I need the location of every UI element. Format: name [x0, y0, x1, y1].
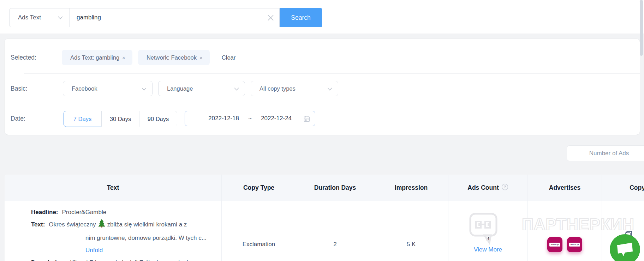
selected-label: Selected:: [11, 54, 36, 61]
filter-tag-label: Network: Facebook: [147, 54, 197, 61]
basic-label: Basic:: [11, 85, 28, 92]
filter-tag-label: Ads Text: gambling: [70, 54, 119, 61]
date-preset-90-days[interactable]: 90 Days: [139, 111, 177, 127]
filter-tag-network[interactable]: Network: Facebook ×: [138, 50, 210, 65]
unfold-link[interactable]: Unfold: [85, 247, 103, 254]
chat-bubble-icon: [616, 241, 634, 258]
network-dropdown-value: Facebook: [72, 85, 97, 92]
date-preset-30-days[interactable]: 30 Days: [101, 111, 139, 127]
headline-value: Procter&Gamble: [62, 209, 107, 216]
search-button[interactable]: Search: [280, 8, 322, 27]
description-label: Description:: [31, 259, 66, 261]
copy-types-dropdown-value: All copy types: [260, 85, 296, 92]
date-range-picker[interactable]: 2022-12-18 ~ 2022-12-24: [185, 111, 315, 126]
remove-tag-icon[interactable]: ×: [122, 55, 125, 61]
date-controls: 7 Days 30 Days 90 Days 2022-12-18 ~ 2022…: [64, 111, 315, 126]
clear-search-icon[interactable]: [267, 14, 274, 23]
ads-count-value: 4: [486, 236, 489, 243]
search-group: Ads Text: [9, 8, 280, 27]
advertiser-name: frisco.pl: [549, 243, 560, 247]
language-dropdown[interactable]: Language: [158, 81, 245, 96]
ad-description-line-1: Description:Klienci Frisco mają lepiej! …: [31, 256, 218, 261]
copy-type-cell: Exclamation: [222, 201, 296, 261]
chevron-down-icon: [327, 85, 332, 92]
number-of-ads-dropdown[interactable]: Number of Ads: [567, 145, 644, 161]
chevron-down-icon: [58, 14, 63, 21]
vertical-scrollbar[interactable]: [640, 0, 643, 56]
basic-filters-row: Basic: Facebook Language All copy types: [5, 73, 640, 104]
column-header-copy: Copy: [602, 175, 644, 201]
clear-filters-link[interactable]: Clear: [222, 54, 235, 61]
selected-filters-row: Selected: Ads Text: gambling × Network: …: [5, 42, 640, 73]
help-icon[interactable]: ?: [501, 183, 508, 192]
table-header-row: Text Copy Type Duration Days Impression …: [5, 175, 644, 201]
christmas-tree-emoji: [98, 219, 105, 232]
advertisers-cell: frisco.pl frisco.pl: [528, 201, 602, 261]
advertiser-logo[interactable]: frisco.pl: [547, 237, 562, 252]
column-header-duration-days: Duration Days: [296, 175, 374, 201]
duration-days-cell: 2: [296, 201, 374, 261]
headline-label: Headline:: [31, 209, 58, 216]
end-date: 2022-12-24: [261, 115, 292, 122]
start-date: 2022-12-18: [208, 115, 239, 122]
impression-cell: 5 K: [374, 201, 448, 261]
language-dropdown-value: Language: [167, 85, 193, 92]
top-search-bar: Ads Text Search: [0, 0, 644, 34]
svg-text:?: ?: [503, 185, 506, 189]
search-field-selector[interactable]: Ads Text: [10, 8, 70, 27]
date-label: Date:: [11, 115, 25, 122]
filter-tag-ads-text[interactable]: Ads Text: gambling ×: [62, 50, 132, 65]
ad-text-line-1: Text:Okres świątecznyzbliża się wielkimi…: [31, 218, 218, 232]
text-line1-after: zbliża się wielkimi krokami a z: [107, 221, 187, 228]
column-header-advertises: Advertises: [528, 175, 602, 201]
ad-text-line-2: nim gruntowne, domowe porządki. W tych c…: [31, 232, 218, 256]
column-header-ads-count: Ads Count ?: [448, 175, 528, 201]
column-header-text: Text: [5, 175, 222, 201]
search-input-wrap: [70, 8, 279, 27]
ad-headline-line: Headline:Procter&Gamble: [31, 206, 218, 218]
copy-types-dropdown[interactable]: All copy types: [251, 81, 338, 96]
text-line1-before: Okres świąteczny: [49, 221, 96, 228]
chevron-down-icon: [234, 85, 239, 92]
view-more-link[interactable]: View More: [474, 246, 502, 253]
remove-tag-icon[interactable]: ×: [199, 55, 203, 61]
date-range-separator: ~: [248, 115, 252, 122]
advertiser-name: frisco.pl: [569, 243, 580, 247]
number-of-ads-value: Number of Ads: [589, 150, 629, 157]
advertiser-logo[interactable]: frisco.pl: [567, 237, 582, 252]
chevron-down-icon: [142, 85, 147, 92]
ads-count-cell: 4 View More: [448, 201, 528, 261]
selected-tags: Ads Text: gambling × Network: Facebook ×…: [62, 50, 235, 65]
network-dropdown[interactable]: Facebook: [63, 81, 153, 96]
basic-dropdowns: Facebook Language All copy types: [63, 81, 344, 96]
table-row: Headline:Procter&Gamble Text:Okres świąt…: [5, 201, 644, 261]
column-header-copy-type: Copy Type: [222, 175, 296, 201]
date-preset-7-days[interactable]: 7 Days: [64, 111, 101, 127]
text-line2: nim gruntowne, domowe porządki. W tych c…: [85, 235, 207, 241]
filter-panel: Selected: Ads Text: gambling × Network: …: [5, 39, 640, 135]
text-label: Text:: [31, 221, 45, 228]
results-table: Text Copy Type Duration Days Impression …: [5, 175, 644, 261]
column-header-impression: Impression: [374, 175, 448, 201]
date-filters-row: Date: 7 Days 30 Days 90 Days 2022-12-18 …: [5, 104, 640, 133]
chat-widget-button[interactable]: [610, 234, 640, 261]
ads-count-header-label: Ads Count: [467, 184, 499, 192]
search-field-label: Ads Text: [18, 14, 41, 21]
calendar-icon: [304, 116, 310, 124]
ad-text-cell: Headline:Procter&Gamble Text:Okres świąt…: [5, 201, 222, 261]
description-line1: Klienci Frisco mają lepiej! Zrób pierwsz…: [70, 259, 190, 261]
date-preset-group: 7 Days 30 Days 90 Days: [64, 111, 177, 126]
search-input[interactable]: [70, 8, 279, 27]
